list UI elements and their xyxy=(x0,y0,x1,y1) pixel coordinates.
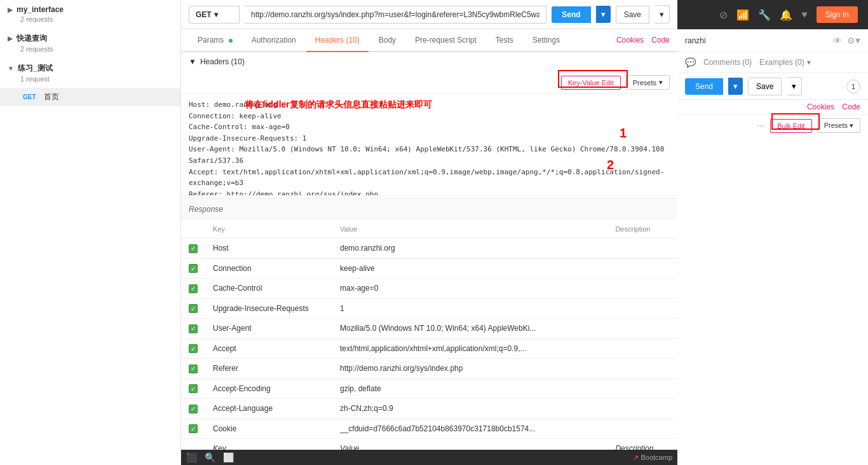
collection-kuaidi[interactable]: ▶ 快递查询 2 requests xyxy=(0,28,180,58)
request-item-homepage[interactable]: GET 首页 xyxy=(0,88,180,106)
send-button[interactable]: Send xyxy=(552,6,590,23)
right-presets-button[interactable]: Presets ▾ xyxy=(817,118,860,133)
plugin-icon[interactable]: 🔧 xyxy=(758,9,771,21)
send-dropdown-button[interactable]: ▾ xyxy=(596,6,611,23)
comments-link[interactable]: Comments (0) xyxy=(703,58,752,67)
row-key-5: Accept xyxy=(205,338,332,359)
tab-body[interactable]: Body xyxy=(370,29,405,52)
method-dropdown-arrow: ▾ xyxy=(214,10,218,19)
row-key-4: User-Agent xyxy=(205,319,332,339)
add-row[interactable]: Key Value Description xyxy=(181,439,677,450)
row-checkbox-0[interactable]: ✓ xyxy=(181,239,205,259)
right-code-link[interactable]: Code xyxy=(842,102,860,111)
right-cookies-row: Cookies Code xyxy=(677,100,868,115)
row-desc-7 xyxy=(607,378,677,399)
right-send-dropdown[interactable]: ▾ xyxy=(728,78,743,95)
right-cookies-link[interactable]: Cookies xyxy=(807,102,834,111)
table-row: ✓ Accept-Encoding gzip, deflate xyxy=(181,378,677,399)
row-desc-4 xyxy=(607,319,677,339)
bottom-icon-2[interactable]: 🔍 xyxy=(205,452,215,462)
cookies-link[interactable]: Cookies xyxy=(616,36,644,45)
key-value-edit-button[interactable]: Key-Value Edit xyxy=(561,76,621,90)
headers-table-body: ✓ Host demo.ranzhi.org ✓ Connection keep… xyxy=(181,239,677,450)
row-checkbox-6[interactable]: ✓ xyxy=(181,359,205,379)
bottom-icon-1[interactable]: ⬛ xyxy=(186,452,197,462)
slash-icon[interactable]: ⊘ xyxy=(719,9,728,21)
wifi-icon[interactable]: 📶 xyxy=(736,9,749,21)
heart-icon[interactable]: ♥ xyxy=(801,9,808,20)
row-checkbox-4[interactable]: ✓ xyxy=(181,319,205,339)
code-link[interactable]: Code xyxy=(651,36,670,45)
response-section: Response xyxy=(181,198,677,220)
right-request-section: ranzhi 👁 ⚙ ▾ 💬 Comments (0) Examples (0)… xyxy=(677,29,868,465)
table-row: ✓ Accept text/html,application/xhtml+xml… xyxy=(181,338,677,359)
row-checkbox-7[interactable]: ✓ xyxy=(181,378,205,399)
col-value: Value xyxy=(332,220,607,239)
main-content: GET ▾ Send ▾ Save ▾ Params Authorization xyxy=(181,0,677,450)
table-row: ✓ User-Agent Mozilla/5.0 (Windows NT 10.… xyxy=(181,319,677,339)
bootcamp-link[interactable]: ↗ Bootcamp xyxy=(633,454,672,462)
headers-table: Key Value Description ✓ Host demo.ranzhi… xyxy=(181,220,677,450)
save-button[interactable]: Save xyxy=(616,6,649,24)
top-toolbar: GET ▾ Send ▾ Save ▾ xyxy=(181,0,677,29)
bulk-edit-button[interactable]: Bulk Edit xyxy=(770,119,811,133)
tab-settings[interactable]: Settings xyxy=(524,29,569,52)
examples-arrow: ▾ xyxy=(807,58,811,67)
row-value-9: __cfduid=d7666c6ad7b52104b863970c31718b0… xyxy=(332,419,607,439)
collection-count-2: 2 requests xyxy=(8,45,173,53)
save-dropdown-button[interactable]: ▾ xyxy=(654,5,670,24)
presets-button[interactable]: Presets ▾ xyxy=(626,75,670,90)
bottom-icon-3[interactable]: ⬜ xyxy=(223,452,234,462)
sign-in-button[interactable]: Sign In xyxy=(817,6,858,23)
collection-lianxi[interactable]: ▼ 练习_测试 1 request xyxy=(0,58,180,88)
col-key: Key xyxy=(205,220,332,239)
row-checkbox-8[interactable]: ✓ xyxy=(181,399,205,419)
row-checkbox-9[interactable]: ✓ xyxy=(181,419,205,439)
bulk-edit-toolbar: Key-Value Edit Presets ▾ xyxy=(181,71,677,94)
url-input[interactable] xyxy=(245,6,546,24)
row-desc-3 xyxy=(607,298,677,319)
eye-icon[interactable]: 👁 xyxy=(833,36,842,46)
row-desc-9 xyxy=(607,419,677,439)
tab-tests[interactable]: Tests xyxy=(487,29,522,52)
params-dot xyxy=(229,39,233,43)
bell-icon[interactable]: 🔔 xyxy=(780,9,792,21)
row-desc-1 xyxy=(607,258,677,279)
collection-arrow-2: ▶ xyxy=(8,35,13,42)
table-row: ✓ Upgrade-Insecure-Requests 1 xyxy=(181,298,677,319)
collection-my-interface[interactable]: ▶ my_interface 2 requests xyxy=(0,0,180,28)
main-wrapper: GET ▾ Send ▾ Save ▾ Params Authorization xyxy=(181,0,677,465)
tab-prerequest[interactable]: Pre-request Script xyxy=(406,29,485,52)
row-checkbox-1[interactable]: ✓ xyxy=(181,258,205,279)
right-send-button[interactable]: Send xyxy=(685,78,723,95)
method-select[interactable]: GET ▾ xyxy=(189,6,240,24)
right-request-header: ranzhi 👁 ⚙ ▾ xyxy=(677,29,868,52)
table-row: ✓ Referer http://demo.ranzhi.org/sys/ind… xyxy=(181,359,677,379)
bottom-right: ↗ Bootcamp xyxy=(633,454,672,462)
dots-button[interactable]: ··· xyxy=(757,120,765,132)
row-key-9: Cookie xyxy=(205,419,332,439)
row-checkbox-3[interactable]: ✓ xyxy=(181,298,205,319)
row-value-0: demo.ranzhi.org xyxy=(332,239,607,259)
row-key-8: Accept-Language xyxy=(205,399,332,419)
row-checkbox-2[interactable]: ✓ xyxy=(181,279,205,299)
right-save-button[interactable]: Save xyxy=(748,78,782,95)
row-value-3: 1 xyxy=(332,298,607,319)
headers-textarea[interactable] xyxy=(181,94,677,196)
tab-headers[interactable]: Headers (10) xyxy=(306,29,369,52)
table-row: ✓ Cache-Control max-age=0 xyxy=(181,279,677,299)
collection-count: 2 requests xyxy=(8,15,173,23)
row-desc-0 xyxy=(607,239,677,259)
examples-link[interactable]: Examples (0) ▾ xyxy=(759,58,811,67)
row-desc-5 xyxy=(607,338,677,359)
method-label: GET xyxy=(196,10,212,19)
collection-dropdown[interactable]: ▾ xyxy=(855,34,860,46)
collection-name-2: 快递查询 xyxy=(17,33,47,44)
gear-icon[interactable]: ⚙ xyxy=(847,36,855,46)
tab-authorization[interactable]: Authorization xyxy=(243,29,305,52)
row-checkbox-5[interactable]: ✓ xyxy=(181,338,205,359)
tab-params[interactable]: Params xyxy=(189,29,241,52)
col-checkbox xyxy=(181,220,205,239)
right-save-dropdown[interactable]: ▾ xyxy=(787,77,802,95)
table-header-row: Key Value Description xyxy=(181,220,677,239)
